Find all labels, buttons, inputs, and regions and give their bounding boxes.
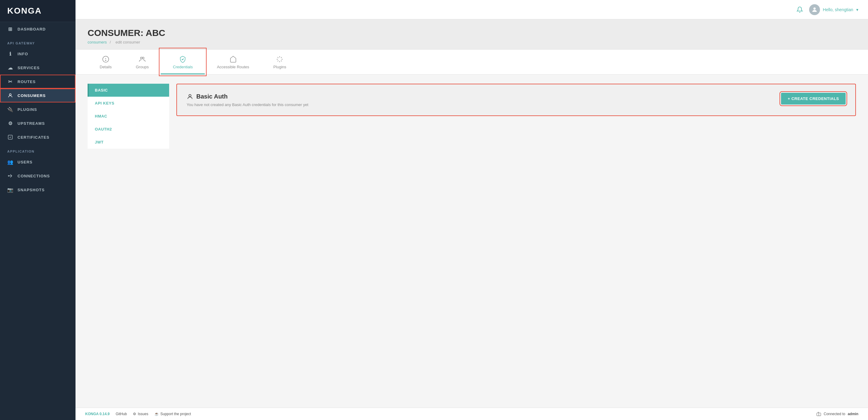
- svg-point-8: [142, 57, 144, 59]
- sidebar-item-info[interactable]: ℹ INFO: [0, 47, 75, 61]
- sidebar-item-label: CONNECTIONS: [18, 174, 50, 178]
- menu-item-hmac[interactable]: HMAC: [88, 110, 169, 123]
- svg-point-7: [141, 57, 142, 59]
- sidebar: KONGA ⊞ DASHBOARD API GATEWAY ℹ INFO ☁ S…: [0, 0, 75, 420]
- sidebar-item-label: ROUTES: [18, 80, 36, 84]
- sidebar-item-routes[interactable]: ✂ ROUTES: [0, 74, 75, 89]
- dropdown-chevron-icon: ▾: [856, 7, 858, 12]
- user-label: Hello, shengtian: [823, 7, 853, 12]
- tab-label: Plugins: [273, 65, 286, 69]
- credential-left-menu: BASIC API KEYS HMAC OAUTH2 JWT: [88, 84, 169, 398]
- sidebar-section-api-gateway: API GATEWAY: [0, 36, 75, 47]
- sidebar-item-label: PLUGINS: [18, 107, 37, 112]
- tab-credentials[interactable]: Credentials: [161, 50, 205, 74]
- sidebar-item-label: SERVICES: [18, 66, 40, 70]
- footer-right: Connected to admin: [816, 412, 858, 416]
- sidebar-item-services[interactable]: ☁ SERVICES: [0, 61, 75, 74]
- sidebar-item-label: USERS: [18, 160, 33, 164]
- snapshots-icon: 📷: [7, 187, 13, 193]
- page-header: CONSUMER: ABC consumers / edit consumer: [75, 19, 868, 50]
- svg-point-9: [189, 95, 191, 97]
- groups-icon: [138, 55, 146, 63]
- sidebar-section-application: APPLICATION: [0, 144, 75, 155]
- content-area: BASIC API KEYS HMAC OAUTH2 JWT: [75, 74, 868, 408]
- sidebar-item-label: DASHBOARD: [18, 27, 46, 31]
- sidebar-item-certificates[interactable]: CERTIFICATES: [0, 130, 75, 144]
- connections-icon: [7, 173, 13, 179]
- dashboard-icon: ⊞: [7, 26, 13, 32]
- auth-card-description: You have not created any Basic Auth cred…: [187, 102, 308, 107]
- consumers-icon: [7, 92, 13, 98]
- breadcrumb: consumers / edit consumer: [88, 40, 856, 44]
- notification-bell-icon[interactable]: [797, 6, 803, 13]
- coffee-icon: ☕: [154, 412, 159, 416]
- svg-point-0: [9, 94, 11, 95]
- upstreams-icon: ⚙: [7, 120, 13, 126]
- create-credentials-button[interactable]: + CREATE CREDENTIALS: [781, 93, 846, 104]
- page-area: CONSUMER: ABC consumers / edit consumer …: [75, 19, 868, 408]
- auth-content: Basic Auth You have not created any Basi…: [176, 84, 856, 398]
- info-icon: ℹ: [7, 51, 13, 57]
- sidebar-item-label: SNAPSHOTS: [18, 188, 45, 192]
- connected-icon: [816, 412, 821, 416]
- sidebar-item-label: CERTIFICATES: [18, 135, 50, 140]
- tab-accessible-routes[interactable]: Accessible Routes: [205, 50, 261, 74]
- accessible-routes-icon: [229, 55, 237, 63]
- github-link[interactable]: GitHub: [116, 412, 127, 416]
- sidebar-item-users[interactable]: 👥 USERS: [0, 155, 75, 169]
- users-icon: 👥: [7, 159, 13, 165]
- tab-label: Details: [100, 65, 112, 69]
- support-link[interactable]: ☕ Support the project: [154, 412, 191, 416]
- sidebar-item-label: INFO: [18, 52, 28, 56]
- menu-item-oauth2[interactable]: OAUTH2: [88, 123, 169, 136]
- footer: KONGA 0.14.9 GitHub ⚙ Issues ☕ Support t…: [75, 408, 868, 420]
- certificates-icon: [7, 134, 13, 140]
- sidebar-item-snapshots[interactable]: 📷 SNAPSHOTS: [0, 183, 75, 197]
- basic-auth-card: Basic Auth You have not created any Basi…: [176, 84, 856, 116]
- sidebar-item-consumers[interactable]: CONSUMERS: [0, 89, 75, 102]
- issues-link[interactable]: ⚙ Issues: [133, 412, 148, 416]
- menu-item-jwt[interactable]: JWT: [88, 136, 169, 149]
- auth-card-info: Basic Auth You have not created any Basi…: [187, 93, 308, 107]
- routes-icon: ✂: [7, 79, 13, 85]
- sidebar-item-dashboard[interactable]: ⊞ DASHBOARD: [0, 22, 75, 36]
- svg-point-3: [813, 7, 815, 9]
- tab-label: Credentials: [173, 65, 193, 69]
- tab-label: Accessible Routes: [217, 65, 249, 69]
- tab-groups[interactable]: Groups: [124, 50, 161, 74]
- top-header: Hello, shengtian ▾: [75, 0, 868, 19]
- app-logo: KONGA: [0, 0, 75, 22]
- tab-plugins[interactable]: Plugins: [261, 50, 299, 74]
- footer-left: KONGA 0.14.9 GitHub ⚙ Issues ☕ Support t…: [85, 412, 191, 416]
- footer-version: KONGA 0.14.9: [85, 412, 110, 416]
- sidebar-item-connections[interactable]: CONNECTIONS: [0, 169, 75, 183]
- auth-card-title: Basic Auth: [187, 93, 308, 100]
- auth-person-icon: [187, 93, 193, 100]
- sidebar-item-label: UPSTREAMS: [18, 121, 45, 126]
- avatar: [809, 4, 820, 15]
- issues-icon: ⚙: [133, 412, 136, 416]
- sidebar-item-plugins[interactable]: 🔌 PLUGINS: [0, 102, 75, 116]
- details-icon: [102, 55, 109, 63]
- connected-label: Connected to: [824, 412, 845, 416]
- plugins-tab-icon: [276, 55, 283, 63]
- breadcrumb-separator: /: [110, 40, 112, 44]
- user-menu[interactable]: Hello, shengtian ▾: [809, 4, 858, 15]
- svg-point-6: [105, 60, 106, 61]
- page-title: CONSUMER: ABC: [88, 28, 856, 38]
- menu-item-basic[interactable]: BASIC: [88, 84, 169, 97]
- tabs-bar: Details Groups Credentials: [75, 50, 868, 74]
- tab-label: Groups: [136, 65, 149, 69]
- sidebar-item-label: CONSUMERS: [18, 93, 46, 98]
- cloud-icon: ☁: [7, 65, 13, 71]
- credentials-shield-icon: [179, 55, 186, 63]
- menu-item-api-keys[interactable]: API KEYS: [88, 97, 169, 110]
- tab-details[interactable]: Details: [88, 50, 124, 74]
- main-content: Hello, shengtian ▾ CONSUMER: ABC consume…: [75, 0, 868, 420]
- plugins-icon: 🔌: [7, 107, 13, 112]
- breadcrumb-current: edit consumer: [115, 40, 140, 44]
- sidebar-item-upstreams[interactable]: ⚙ UPSTREAMS: [0, 116, 75, 130]
- breadcrumb-link[interactable]: consumers: [88, 40, 107, 44]
- connected-target: admin: [848, 412, 858, 416]
